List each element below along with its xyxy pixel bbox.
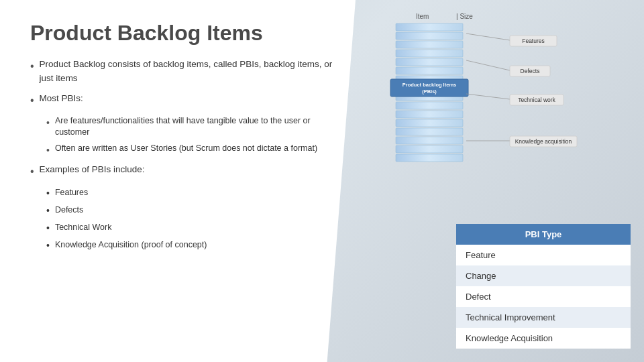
svg-rect-1 [396, 32, 463, 40]
example-features: • Features [46, 186, 335, 200]
pbi-row-defect: Defect [456, 286, 631, 307]
svg-rect-13 [396, 137, 463, 144]
content-body: • Product Backlog consists of backlog it… [30, 58, 335, 253]
example-label-1: Features [55, 186, 88, 199]
svg-rect-4 [396, 58, 463, 66]
example-knowledge: • Knowledge Acquisition (proof of concep… [46, 239, 335, 253]
example-dot-3: • [46, 221, 50, 235]
svg-rect-15 [396, 154, 463, 162]
svg-text:Technical work: Technical work [518, 97, 555, 103]
svg-rect-0 [396, 23, 463, 31]
sub-bullet-2: • Often are written as User Stories (but… [46, 143, 335, 158]
example-label-3: Technical Work [55, 221, 112, 234]
sub-bullets: • Are features/functionalities that will… [46, 115, 335, 158]
svg-rect-14 [396, 145, 463, 153]
svg-rect-2 [396, 41, 463, 48]
slide: Product Backlog Items • Product Backlog … [0, 0, 644, 362]
sub-text-2: Often are written as User Stories (but S… [55, 143, 317, 155]
pbi-row-knowledge: Knowledge Acquisition [456, 328, 631, 349]
diagram-svg: Item | Size [362, 7, 631, 188]
example-technical-work: • Technical Work [46, 221, 335, 235]
svg-text:Defects: Defects [521, 68, 540, 74]
pbi-label-feature: Feature [466, 250, 496, 260]
bullet-text-3: Examples of PBIs include: [40, 163, 145, 176]
example-dot-1: • [46, 186, 50, 200]
pbi-label-technical: Technical Improvement [466, 312, 555, 322]
svg-rect-3 [396, 50, 463, 57]
svg-rect-11 [396, 119, 463, 127]
bullet-dot-2: • [30, 93, 34, 109]
pbi-label-defect: Defect [466, 292, 491, 302]
pbi-table-header: PBI Type [456, 224, 631, 245]
svg-text:Features: Features [522, 38, 545, 44]
pbi-label-knowledge: Knowledge Acquisition [466, 333, 553, 343]
svg-rect-5 [396, 67, 463, 74]
example-label-2: Defects [55, 204, 83, 217]
svg-rect-10 [396, 111, 463, 118]
pbi-row-feature: Feature [456, 245, 631, 265]
bullet-text-1: Product Backlog consists of backlog item… [40, 58, 335, 85]
svg-line-22 [466, 60, 510, 70]
left-panel: Product Backlog Items • Product Backlog … [0, 0, 356, 362]
svg-text:Product backlog Items: Product backlog Items [402, 82, 456, 88]
svg-line-19 [466, 34, 510, 40]
bullet-1: • Product Backlog consists of backlog it… [30, 58, 335, 85]
example-dot-2: • [46, 204, 50, 218]
example-label-4: Knowledge Acquisition (proof of concept) [55, 239, 207, 251]
pbi-label-change: Change [466, 271, 496, 281]
sub-bullet-1: • Are features/functionalities that will… [46, 115, 335, 139]
example-defects: • Defects [46, 204, 335, 218]
svg-rect-12 [396, 128, 463, 135]
svg-text:(PBIs): (PBIs) [422, 88, 437, 95]
page-title: Product Backlog Items [30, 20, 335, 46]
pbi-table: PBI Type Feature Change Defect Technical… [456, 224, 631, 349]
bullet-text-2: Most PBIs: [40, 92, 83, 105]
bullet-3: • Examples of PBIs include: [30, 163, 335, 180]
col-header-item: Item [416, 13, 429, 20]
bullet-dot-1: • [30, 58, 34, 74]
sub-text-1: Are features/functionalities that will h… [55, 115, 335, 139]
diagram-container: Item | Size [362, 7, 631, 188]
svg-line-25 [466, 94, 510, 99]
col-header-size: | Size [456, 13, 473, 20]
example-dot-4: • [46, 239, 50, 253]
examples-list: • Features • Defects • Technical Work • … [46, 186, 335, 253]
bullet-dot-3: • [30, 164, 34, 180]
sub-dot-1: • [46, 116, 50, 130]
pbi-row-technical: Technical Improvement [456, 307, 631, 328]
right-panel: Item | Size [356, 0, 644, 362]
svg-text:Knowledge acquisition: Knowledge acquisition [515, 138, 572, 145]
pbi-row-change: Change [456, 265, 631, 286]
sub-dot-2: • [46, 143, 50, 158]
bullet-2: • Most PBIs: [30, 92, 335, 109]
svg-rect-9 [396, 102, 463, 109]
